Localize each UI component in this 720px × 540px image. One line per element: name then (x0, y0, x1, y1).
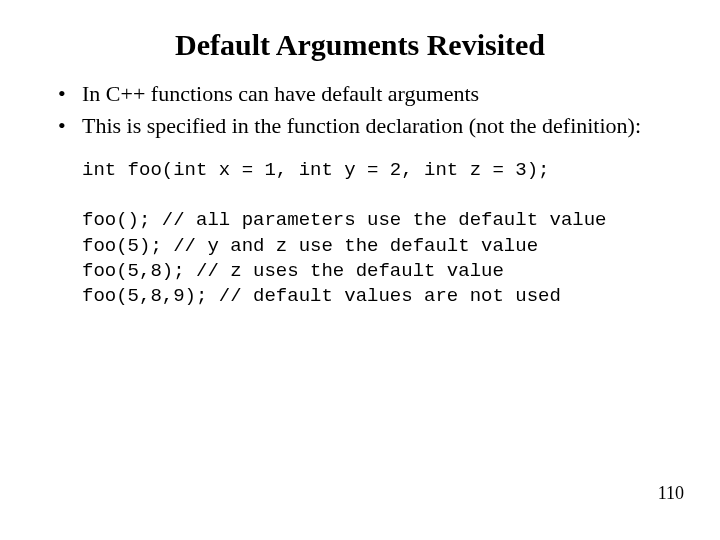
bullet-item: In C++ functions can have default argume… (58, 80, 662, 108)
slide-title: Default Arguments Revisited (0, 0, 720, 80)
page-number: 110 (658, 483, 684, 504)
code-block: int foo(int x = 1, int y = 2, int z = 3)… (58, 158, 662, 308)
code-line: foo(5,8,9); // default values are not us… (82, 285, 561, 307)
code-line: int foo(int x = 1, int y = 2, int z = 3)… (82, 159, 549, 181)
slide: Default Arguments Revisited In C++ funct… (0, 0, 720, 540)
code-line: foo(); // all parameters use the default… (82, 209, 607, 231)
bullet-list: In C++ functions can have default argume… (58, 80, 662, 140)
code-line: foo(5,8); // z uses the default value (82, 260, 504, 282)
code-line: foo(5); // y and z use the default value (82, 235, 538, 257)
slide-body: In C++ functions can have default argume… (0, 80, 720, 309)
bullet-item: This is specified in the function declar… (58, 112, 662, 140)
